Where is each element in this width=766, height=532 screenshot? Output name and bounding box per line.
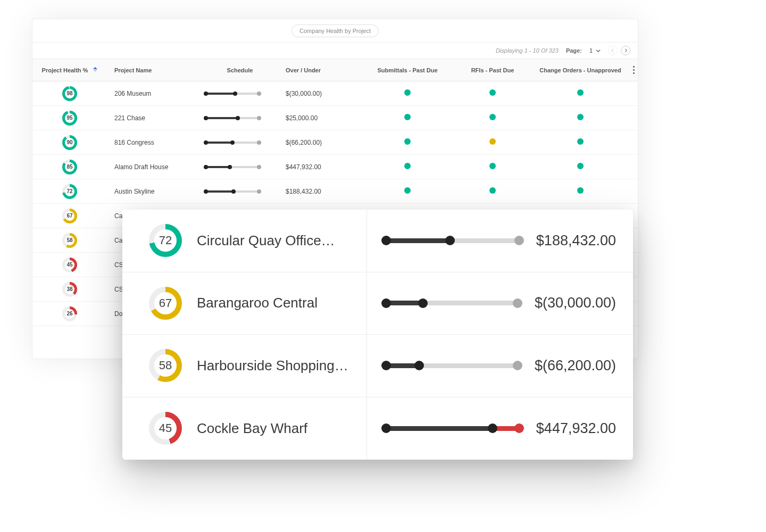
card-title-chip: Company Health by Project: [292, 24, 379, 37]
health-value: 38: [62, 282, 77, 297]
status-dot: [577, 89, 584, 96]
status-dot: [577, 187, 584, 194]
status-change: [532, 89, 628, 97]
status-submittals: [362, 114, 453, 122]
project-name: 816 Congress: [107, 139, 197, 146]
kebab-icon[interactable]: [632, 66, 635, 74]
health-gauge: 45: [62, 257, 77, 272]
project-name: Alamo Draft House: [107, 163, 197, 171]
status-submittals: [362, 163, 453, 171]
detail-row[interactable]: 58Harbourside Shopping…$(66,200.00): [122, 335, 633, 397]
pager: [608, 46, 630, 55]
health-gauge: 98: [62, 86, 77, 101]
health-gauge: 67: [149, 287, 182, 320]
status-rfis: [453, 187, 532, 195]
over-under-value: $(66,200.00): [535, 358, 616, 374]
health-gauge: 72: [62, 184, 77, 199]
detail-row[interactable]: 72Circular Quay Office…$188,432.00: [122, 210, 633, 272]
status-dot: [404, 114, 411, 120]
col-over[interactable]: Over / Under: [282, 67, 362, 73]
schedule-bar: [206, 93, 259, 95]
status-rfis: [453, 138, 532, 146]
health-value: 85: [62, 160, 77, 174]
project-name: Austin Skyline: [107, 188, 197, 195]
over-under-value: $188,432.00: [536, 232, 616, 249]
col-health[interactable]: Project Health %: [32, 67, 107, 73]
status-dot: [404, 187, 411, 194]
over-under-value: $447,932.00: [536, 420, 616, 437]
status-change: [532, 114, 628, 122]
health-gauge: 45: [149, 412, 182, 445]
schedule-bar: [206, 166, 259, 168]
detail-row[interactable]: 67Barangaroo Central$(30,000.00): [122, 272, 633, 335]
prev-page-button[interactable]: [608, 46, 618, 55]
table-row[interactable]: 90816 Congress$(66,200.00): [32, 130, 638, 155]
page-value: 1: [589, 47, 593, 54]
table-row[interactable]: 85Alamo Draft House$447,932.00: [32, 155, 638, 179]
toolbar: Displaying 1 - 10 Of 323 Page: 1: [32, 43, 638, 59]
displaying-label: Displaying 1 - 10 Of 323: [496, 47, 559, 54]
table-row[interactable]: 72Austin Skyline$188,432.00: [32, 179, 638, 204]
status-change: [532, 187, 628, 195]
health-gauge: 58: [62, 233, 77, 248]
col-schedule[interactable]: Schedule: [197, 67, 282, 73]
over-under-value: $(66,200.00): [282, 139, 362, 146]
over-under-value: $188,432.00: [282, 188, 362, 195]
status-dot: [489, 138, 496, 145]
over-under-value: $(30,000.00): [535, 295, 616, 311]
table-row[interactable]: 98206 Museum$(30,000.00): [32, 81, 638, 106]
status-dot: [489, 89, 496, 96]
detail-panel: 72Circular Quay Office…$188,432.0067Bara…: [122, 210, 633, 460]
health-value: 98: [62, 86, 77, 101]
page-select[interactable]: 1: [589, 47, 601, 54]
schedule-bar: [386, 426, 519, 431]
table-row[interactable]: 95221 Chase$25,000.00: [32, 106, 638, 130]
status-dot: [404, 163, 411, 169]
health-value: 26: [62, 306, 77, 321]
table-header-row: Project Health % Project Name Schedule O…: [32, 59, 638, 81]
health-gauge: 38: [62, 282, 77, 297]
status-submittals: [362, 187, 453, 195]
health-gauge: 85: [62, 160, 77, 174]
status-dot: [489, 114, 496, 120]
schedule-bar: [386, 238, 519, 243]
status-dot: [404, 89, 411, 96]
health-value: 45: [149, 412, 182, 445]
schedule-bar: [386, 301, 518, 305]
health-gauge: 67: [62, 209, 77, 223]
status-rfis: [453, 89, 532, 97]
detail-row[interactable]: 45Cockle Bay Wharf$447,932.00: [122, 397, 633, 460]
schedule-bar: [386, 363, 518, 368]
status-dot: [404, 138, 411, 145]
schedule-bar: [206, 142, 259, 144]
over-under-value: $(30,000.00): [282, 90, 362, 97]
health-value: 45: [62, 257, 77, 272]
health-gauge: 58: [149, 349, 182, 382]
over-under-value: $25,000.00: [282, 114, 362, 122]
status-change: [532, 163, 628, 171]
card-header: Company Health by Project: [32, 19, 638, 43]
status-submittals: [362, 138, 453, 146]
next-page-button[interactable]: [621, 46, 630, 55]
health-value: 72: [149, 224, 182, 257]
health-value: 95: [62, 111, 77, 126]
over-under-value: $447,932.00: [282, 163, 362, 171]
col-name[interactable]: Project Name: [107, 67, 197, 73]
col-menu: [628, 66, 638, 74]
health-gauge: 72: [149, 224, 182, 257]
status-dot: [577, 114, 584, 120]
project-name: 206 Museum: [107, 90, 197, 97]
health-value: 90: [62, 135, 77, 150]
status-dot: [489, 187, 496, 194]
project-name: Barangaroo Central: [197, 295, 318, 311]
status-dot: [577, 138, 584, 145]
col-change[interactable]: Change Orders - Unapproved: [532, 67, 628, 73]
health-value: 67: [149, 287, 182, 320]
status-rfis: [453, 114, 532, 122]
col-submittals[interactable]: Submittals - Past Due: [362, 67, 453, 73]
health-value: 58: [149, 349, 182, 382]
health-gauge: 26: [62, 306, 77, 321]
col-rfis[interactable]: RFIs - Past Due: [453, 67, 532, 73]
health-value: 72: [62, 184, 77, 199]
health-value: 67: [62, 209, 77, 223]
